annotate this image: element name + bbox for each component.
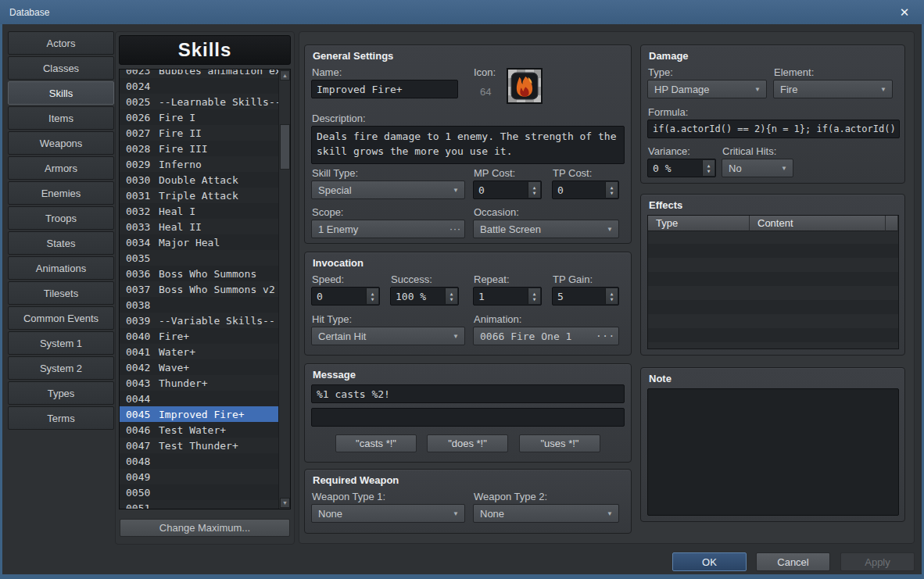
sidebar-tab[interactable]: States — [8, 231, 114, 255]
skill-list-item[interactable]: 0028 Fire III — [120, 141, 278, 156]
scrollbar-thumb[interactable] — [280, 124, 290, 170]
sidebar-tab[interactable]: Terms — [8, 406, 114, 430]
skill-list-item[interactable]: 0024 — [120, 78, 278, 94]
skill-list-item[interactable]: 0043 Thunder+ — [120, 375, 278, 391]
spinner-arrows-icon[interactable]: ▲▼ — [605, 182, 618, 198]
element-select[interactable]: Fire ▼ — [773, 80, 893, 98]
skill-list-item[interactable]: 0047 Test Thunder+ — [120, 438, 278, 453]
change-maximum-button[interactable]: Change Maximum... — [120, 519, 290, 537]
skill-list-item[interactable]: 0042 Wave+ — [120, 359, 278, 375]
variance-stepper[interactable]: 0 % ▲▼ — [647, 159, 716, 177]
message-line1-input[interactable]: %1 casts %2! — [311, 384, 625, 403]
weapon-type1-select[interactable]: None ▼ — [311, 504, 465, 523]
animation-picker[interactable]: 0066 Fire One 1 ··· — [473, 327, 619, 345]
skill-list-item[interactable]: 0038 — [120, 297, 278, 313]
note-input[interactable] — [647, 388, 899, 516]
speed-stepper[interactable]: 0 ▲▼ — [311, 287, 380, 306]
skill-list-item[interactable]: 0035 — [120, 250, 278, 266]
required-weapon-group: Required Weapon Weapon Type 1: None ▼ We… — [304, 469, 632, 534]
skill-list-item[interactable]: 0031 Triple Attack — [120, 188, 278, 203]
occasion-select[interactable]: Battle Screen ▼ — [473, 220, 619, 238]
sidebar-tab[interactable]: System 1 — [8, 331, 114, 355]
sidebar-tab[interactable]: Skills — [8, 81, 114, 105]
sidebar-tab[interactable]: Common Events — [8, 306, 114, 330]
scroll-up-icon[interactable]: ▲ — [280, 70, 290, 80]
sidebar-tab[interactable]: Troops — [8, 206, 114, 230]
chevron-down-icon: ▼ — [781, 165, 787, 172]
hit-type-select[interactable]: Certain Hit ▼ — [311, 327, 465, 345]
sidebar-tab[interactable]: Classes — [8, 56, 114, 80]
spinner-arrows-icon[interactable]: ▲▼ — [528, 182, 540, 198]
skill-list-item[interactable]: 0050 — [120, 484, 278, 500]
skill-type-select[interactable]: Special ▼ — [311, 180, 465, 199]
tp-cost-stepper[interactable]: 0 ▲▼ — [552, 180, 619, 199]
spinner-arrows-icon[interactable]: ▲▼ — [445, 288, 457, 304]
skill-list-rows[interactable]: 0023 Bubbles animation ex 0024 0025 --Le… — [120, 70, 278, 509]
skill-list-item[interactable]: 0036 Boss Who Summons — [120, 266, 278, 281]
speed-value: 0 — [317, 291, 323, 302]
skill-list-item[interactable]: 0044 — [120, 391, 278, 406]
weapon-type2-select[interactable]: None ▼ — [473, 504, 619, 523]
icon-picker[interactable] — [507, 68, 543, 104]
sidebar-tab[interactable]: Armors — [8, 156, 114, 180]
scope-picker[interactable]: 1 Enemy ··· — [311, 220, 465, 238]
spinner-arrows-icon[interactable]: ▲▼ — [702, 160, 714, 176]
skill-list-item[interactable]: 0027 Fire II — [120, 125, 278, 141]
sidebar-tab[interactable]: Enemies — [8, 181, 114, 205]
skill-type-label: Skill Type: — [312, 167, 358, 179]
scroll-down-icon[interactable]: ▼ — [280, 498, 290, 508]
chevron-down-icon: ▼ — [607, 510, 613, 517]
skill-list-item[interactable]: 0048 — [120, 453, 278, 469]
skill-list-item[interactable]: 0025 --Learnable Skills-- — [120, 94, 278, 109]
name-input[interactable]: Improved Fire+ — [311, 80, 458, 98]
close-icon[interactable]: ✕ — [891, 0, 918, 24]
message-line2-input[interactable] — [311, 408, 625, 427]
critical-hits-select[interactable]: No ▼ — [722, 159, 793, 177]
effects-table[interactable]: Type Content — [647, 215, 899, 349]
does-template-button[interactable]: "does *!" — [427, 434, 508, 452]
skill-list-item[interactable]: 0033 Heal II — [120, 219, 278, 234]
skill-name: Double Attack — [159, 174, 238, 186]
skill-list-item[interactable]: 0030 Double Attack — [120, 172, 278, 188]
skill-list-item[interactable]: 0051 — [120, 500, 278, 509]
sidebar-tab[interactable]: Animations — [8, 256, 114, 280]
skill-list-item[interactable]: 0032 Heal I — [120, 203, 278, 219]
sidebar-tab[interactable]: Items — [8, 106, 114, 130]
sidebar-tab-label: Classes — [43, 63, 79, 74]
success-stepper[interactable]: 100 % ▲▼ — [390, 287, 459, 306]
skill-list-item[interactable]: 0026 Fire I — [120, 109, 278, 125]
skill-list-item[interactable]: 0037 Boss Who Summons v2 — [120, 281, 278, 297]
sidebar-tab[interactable]: Actors — [8, 31, 114, 55]
damage-type-value: HP Damage — [654, 84, 710, 95]
damage-type-select[interactable]: HP Damage ▼ — [647, 80, 767, 98]
skill-id: 0032 — [126, 206, 159, 217]
skill-list-item[interactable]: 0041 Water+ — [120, 344, 278, 359]
skill-list-item[interactable]: 0040 Fire+ — [120, 328, 278, 344]
skill-list-item[interactable]: 0023 Bubbles animation ex — [120, 70, 278, 78]
sidebar-tab[interactable]: Types — [8, 381, 114, 405]
skill-list-item[interactable]: 0045 Improved Fire+ — [120, 406, 278, 422]
repeat-stepper[interactable]: 1 ▲▼ — [473, 287, 542, 306]
skill-list-item[interactable]: 0049 — [120, 469, 278, 484]
skill-list-item[interactable]: 0029 Inferno — [120, 156, 278, 172]
spinner-arrows-icon[interactable]: ▲▼ — [605, 288, 618, 304]
sidebar-tab[interactable]: Tilesets — [8, 281, 114, 305]
description-input[interactable]: Deals fire damage to 1 enemy. The streng… — [311, 126, 625, 164]
sidebar-tab[interactable]: System 2 — [8, 356, 114, 380]
spinner-arrows-icon[interactable]: ▲▼ — [528, 288, 540, 304]
tp-gain-stepper[interactable]: 5 ▲▼ — [552, 287, 619, 306]
formula-input[interactable]: if(a.actorId() == 2){n = 1}; if(a.actorI… — [647, 120, 900, 138]
cancel-button[interactable]: Cancel — [756, 552, 830, 571]
description-label: Description: — [312, 113, 366, 124]
apply-button[interactable]: Apply — [840, 552, 915, 571]
ok-button[interactable]: OK — [672, 552, 747, 571]
skill-list-item[interactable]: 0046 Test Water+ — [120, 422, 278, 438]
casts-template-button[interactable]: "casts *!" — [335, 434, 417, 452]
skill-list-item[interactable]: 0039 --Variable Skills-- — [120, 313, 278, 328]
spinner-arrows-icon[interactable]: ▲▼ — [366, 288, 378, 304]
skill-list-item[interactable]: 0034 Major Heal — [120, 234, 278, 250]
sidebar-tab[interactable]: Weapons — [8, 131, 114, 155]
mp-cost-stepper[interactable]: 0 ▲▼ — [473, 180, 542, 199]
uses-template-button[interactable]: "uses *!" — [519, 434, 600, 452]
group-title: Message — [313, 369, 356, 381]
